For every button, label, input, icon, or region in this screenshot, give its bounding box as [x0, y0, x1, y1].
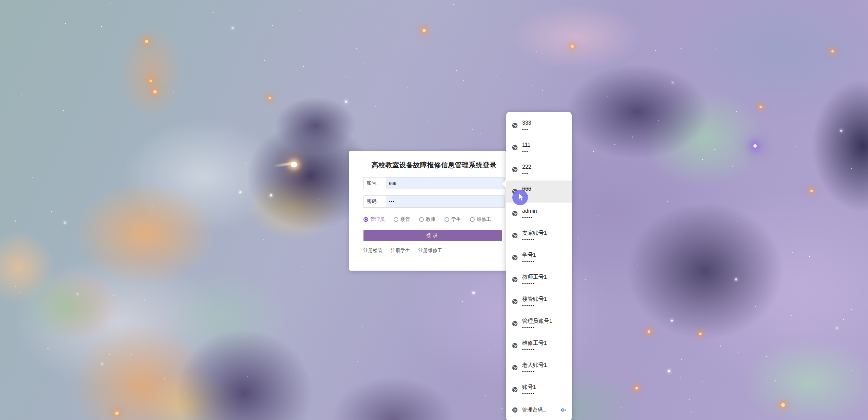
register-link-floor-manager[interactable]: 注册楼管: [363, 248, 382, 254]
role-radio-repairman[interactable]: 维修工: [470, 216, 491, 223]
star: [302, 266, 303, 267]
star: [584, 40, 585, 41]
autofill-suggestion[interactable]: 学号1 ••••••: [506, 247, 572, 269]
suggestion-password-mask: ••••••: [522, 303, 547, 308]
star: [270, 194, 272, 196]
role-radio-teacher[interactable]: 教师: [419, 216, 435, 223]
star: [51, 211, 52, 212]
suggestion-username: admin: [522, 208, 537, 214]
autofill-suggestion[interactable]: 管理员账号1 ••••••: [506, 313, 572, 335]
suggestion-text: 卖家账号1 ••••••: [522, 230, 547, 242]
suggestion-username: 老人账号1: [522, 362, 547, 369]
star: [468, 134, 469, 134]
star: [851, 168, 852, 169]
mouse-cursor: [518, 193, 525, 203]
star: [578, 238, 579, 238]
star: [101, 26, 102, 27]
star: [245, 163, 246, 164]
star: [405, 286, 405, 286]
star: [303, 66, 304, 67]
autofill-suggestion[interactable]: 222 •••: [506, 159, 572, 181]
star: [139, 152, 139, 153]
star: [229, 383, 229, 383]
star: [585, 279, 586, 280]
star: [757, 416, 757, 417]
register-link-student[interactable]: 注册学生: [391, 248, 410, 254]
orange-star: [810, 190, 813, 192]
star: [836, 174, 836, 174]
password-input[interactable]: •••: [386, 196, 504, 207]
suggestion-username: 学号1: [522, 252, 536, 258]
star: [665, 86, 665, 87]
star: [357, 361, 358, 362]
register-link-repairman[interactable]: 注册维修工: [418, 248, 442, 254]
star: [668, 370, 670, 372]
star: [736, 221, 737, 222]
suggestion-password-mask: ••••••: [522, 326, 552, 330]
globe-icon: [512, 233, 518, 238]
suggestion-username: 维修工号1: [522, 340, 547, 346]
comet-star: [291, 162, 297, 167]
autofill-suggestion[interactable]: 333 •••: [506, 114, 572, 136]
suggestion-username: 333: [522, 120, 531, 126]
autofill-suggestion[interactable]: 111 •••: [506, 136, 572, 159]
autofill-suggestion[interactable]: 账号1 ••••••: [506, 379, 572, 401]
globe-icon: [512, 255, 518, 260]
star: [607, 97, 608, 97]
radio-icon: [394, 217, 398, 222]
autofill-suggestion[interactable]: 教师工号1 ••••••: [506, 269, 572, 291]
star: [637, 265, 638, 266]
star: [672, 82, 673, 83]
autofill-suggestion[interactable]: admin •••••: [506, 203, 572, 225]
suggestion-password-mask: ••••••: [522, 259, 536, 264]
star: [843, 319, 844, 320]
orange-star: [760, 106, 762, 108]
role-radio-floor-manager[interactable]: 楼管: [394, 216, 410, 223]
account-field-row: 账号: 666: [363, 177, 505, 189]
suggestion-password-mask: ••••••: [522, 281, 547, 286]
star: [824, 118, 824, 119]
globe-icon: [512, 145, 518, 150]
register-links: 注册楼管 注册学生 注册维修工: [363, 248, 442, 254]
suggestion-password-mask: ••••••: [522, 392, 536, 396]
star: [736, 111, 737, 112]
star: [531, 85, 532, 86]
suggestion-text: 333 •••: [522, 120, 531, 132]
star: [339, 312, 339, 312]
star: [851, 370, 852, 371]
role-radio-admin[interactable]: 管理员: [363, 216, 384, 223]
suggestion-password-mask: •••: [522, 149, 530, 154]
account-input[interactable]: 666: [386, 177, 504, 189]
star: [714, 149, 715, 150]
login-button[interactable]: 登录: [363, 230, 502, 241]
star: [481, 360, 482, 360]
star: [334, 269, 335, 269]
star: [22, 75, 22, 75]
globe-icon: [512, 321, 518, 327]
star: [15, 220, 16, 222]
autofill-suggestion[interactable]: 维修工号1 ••••••: [506, 335, 572, 357]
purple-glow-star: [753, 144, 757, 148]
radio-selected-icon: [363, 217, 368, 222]
autofill-suggestion[interactable]: 楼管账号1 ••••••: [506, 291, 572, 313]
star: [20, 292, 21, 293]
star: [720, 345, 721, 346]
star: [689, 399, 690, 400]
autofill-suggestion[interactable]: 卖家账号1 ••••••: [506, 225, 572, 247]
globe-icon: [512, 365, 518, 371]
suggestion-username: 222: [522, 164, 531, 170]
globe-icon: [512, 299, 518, 304]
star: [462, 301, 463, 302]
star: [836, 327, 838, 329]
suggestion-username: 卖家账号1: [522, 230, 547, 236]
star: [592, 79, 592, 80]
star: [362, 327, 363, 327]
autofill-suggestion[interactable]: 老人账号1 ••••••: [506, 357, 572, 379]
suggestion-username: 账号1: [522, 384, 536, 391]
star: [644, 324, 644, 325]
role-radio-student[interactable]: 学生: [445, 216, 461, 223]
star: [12, 113, 13, 113]
star: [65, 23, 66, 24]
star: [614, 144, 615, 145]
manage-passwords-item[interactable]: 管理密码...: [506, 401, 572, 419]
